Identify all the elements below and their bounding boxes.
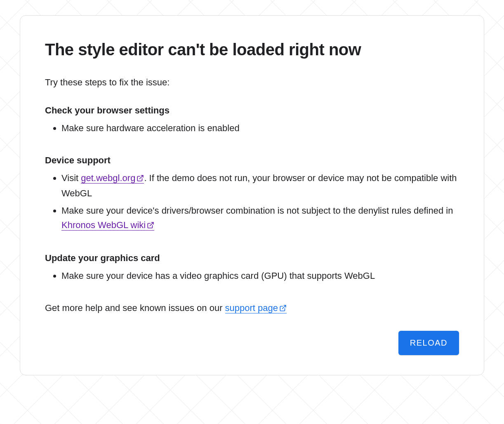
section-heading-device: Device support: [45, 155, 459, 166]
svg-line-0: [140, 175, 143, 179]
device-support-list: Visit get.webgl.org. If the demo does no…: [45, 171, 459, 233]
webgl-link[interactable]: get.webgl.org: [81, 173, 144, 184]
graphics-card-list: Make sure your device has a video graphi…: [45, 269, 459, 283]
list-item: Visit get.webgl.org. If the demo does no…: [61, 171, 459, 200]
svg-line-1: [150, 222, 153, 226]
footer-prefix: Get more help and see known issues on ou…: [45, 303, 225, 313]
khronos-wiki-link[interactable]: Khronos WebGL wiki: [61, 220, 154, 231]
reload-button[interactable]: RELOAD: [398, 331, 459, 355]
section-heading-graphics: Update your graphics card: [45, 253, 459, 264]
external-link-icon: [137, 172, 144, 186]
browser-settings-list: Make sure hardware acceleration is enabl…: [45, 121, 459, 135]
section-heading-browser: Check your browser settings: [45, 105, 459, 116]
list-item: Make sure your device's drivers/browser …: [61, 203, 459, 233]
footer-text: Get more help and see known issues on ou…: [45, 303, 459, 314]
svg-line-2: [283, 305, 286, 309]
button-row: RELOAD: [45, 331, 459, 355]
item-text-prefix: Visit: [61, 173, 81, 183]
error-card: The style editor can't be loaded right n…: [20, 15, 484, 375]
support-page-link[interactable]: support page: [225, 303, 287, 313]
list-item: Make sure your device has a video graphi…: [61, 269, 459, 283]
external-link-icon: [147, 219, 154, 233]
external-link-icon: [279, 304, 287, 314]
page-title: The style editor can't be loaded right n…: [45, 40, 459, 59]
intro-text: Try these steps to fix the issue:: [45, 77, 459, 88]
item-text-prefix: Make sure your device's drivers/browser …: [61, 205, 453, 216]
list-item: Make sure hardware acceleration is enabl…: [61, 121, 459, 135]
